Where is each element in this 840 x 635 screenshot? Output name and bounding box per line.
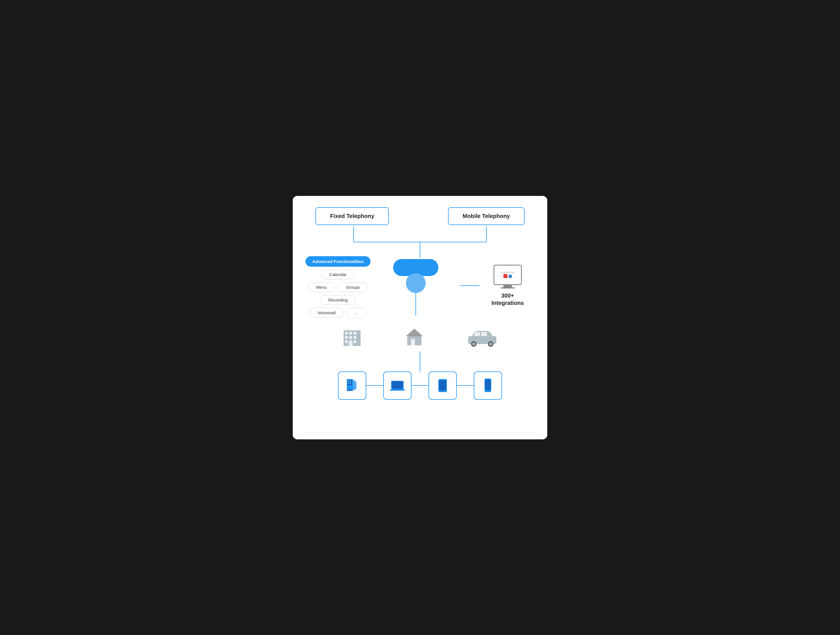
menu-pill: Menu [308, 282, 335, 292]
svg-rect-39 [439, 380, 446, 390]
svg-rect-14 [349, 342, 353, 346]
location-row [304, 326, 536, 349]
monitor-stand [504, 285, 512, 287]
voicemail-pill: Voicemail [309, 308, 344, 318]
svg-rect-37 [395, 389, 400, 390]
svg-rect-30 [350, 382, 351, 382]
svg-rect-35 [392, 381, 403, 389]
office-icon [341, 326, 363, 349]
desk-phone-box [338, 371, 366, 400]
svg-rect-42 [485, 380, 491, 390]
desk-phone-icon [344, 378, 360, 393]
svg-rect-20 [481, 332, 487, 336]
svg-rect-29 [347, 382, 349, 382]
h-connector-line [459, 285, 479, 286]
svg-point-24 [489, 342, 492, 345]
mobile-telephony-label: Mobile Telephony [463, 213, 510, 219]
device-line-3 [457, 385, 474, 386]
svg-point-22 [472, 342, 475, 345]
advanced-functionalities-panel: Advanced Functionalities Calendar Menu G… [304, 256, 372, 318]
monitor-screen: SUGARCRM [494, 265, 522, 285]
device-line-2 [412, 385, 428, 386]
home-location [403, 326, 426, 349]
integrations-section: SUGARCRM 300+Integra [459, 265, 536, 307]
top-row: Fixed Telephony Mobile Telephony [304, 207, 536, 225]
mobile-icon [482, 378, 494, 393]
menu-groups-row: Menu Groups [308, 282, 368, 292]
device-row [304, 371, 536, 400]
groups-pill: Groups [338, 282, 368, 292]
center-v-line-middle [415, 293, 416, 316]
voicemail-more-row: Voicemail ... [309, 308, 367, 318]
svg-rect-13 [354, 340, 356, 343]
svg-rect-5 [345, 332, 348, 335]
diagram-container: Fixed Telephony Mobile Telephony Advance… [293, 196, 547, 439]
svg-rect-27 [347, 380, 349, 381]
integrations-area: SUGARCRM 300+Integra [479, 265, 536, 307]
svg-rect-33 [347, 389, 353, 391]
svg-rect-8 [345, 336, 348, 339]
integrations-count-label: 300+Integrations [491, 292, 524, 307]
svg-rect-44 [486, 379, 489, 379]
svg-rect-16 [411, 339, 415, 345]
office-location [341, 326, 363, 349]
mobile-box [474, 371, 502, 400]
top-connectors-svg [304, 225, 536, 259]
mobile-telephony-box: Mobile Telephony [448, 207, 525, 225]
pbx-circle [406, 273, 426, 293]
svg-point-40 [442, 391, 443, 392]
svg-rect-31 [347, 383, 349, 384]
device-top-line [420, 360, 420, 371]
tablet-icon [435, 378, 450, 393]
recording-pill: Recording [320, 295, 356, 305]
device-line-1 [366, 385, 383, 386]
calendar-pill: Calendar [321, 269, 355, 279]
car-icon [465, 328, 499, 347]
tablet-box [428, 371, 457, 400]
car-location [465, 328, 499, 347]
monitor-base [501, 287, 515, 288]
svg-rect-7 [354, 332, 356, 335]
svg-rect-6 [349, 332, 352, 335]
svg-marker-17 [406, 329, 422, 336]
svg-rect-28 [350, 380, 351, 381]
svg-rect-32 [350, 383, 351, 384]
fixed-telephony-label: Fixed Telephony [330, 213, 374, 219]
laptop-icon [389, 378, 406, 393]
laptop-box [383, 371, 412, 400]
svg-point-43 [487, 390, 489, 391]
svg-rect-11 [345, 340, 348, 343]
advanced-functionalities-title: Advanced Functionalities [305, 256, 371, 267]
crm-monitor-icon: SUGARCRM [494, 265, 522, 288]
home-icon [403, 326, 426, 349]
svg-rect-10 [354, 336, 356, 339]
more-pill: ... [347, 308, 367, 318]
svg-rect-9 [349, 336, 352, 339]
center-pbx-area [372, 256, 459, 316]
fixed-telephony-box: Fixed Telephony [315, 207, 389, 225]
svg-rect-19 [474, 332, 480, 336]
